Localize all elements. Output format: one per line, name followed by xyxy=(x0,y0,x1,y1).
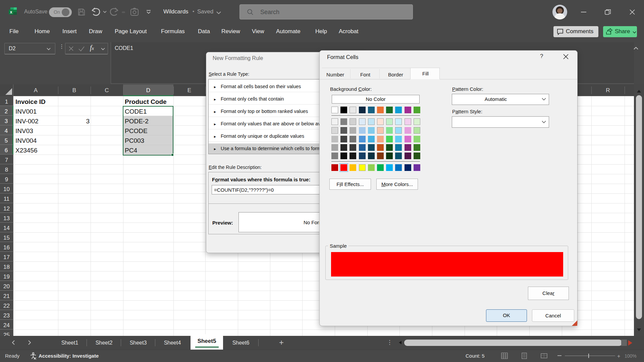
svg-text:x: x xyxy=(10,10,12,14)
